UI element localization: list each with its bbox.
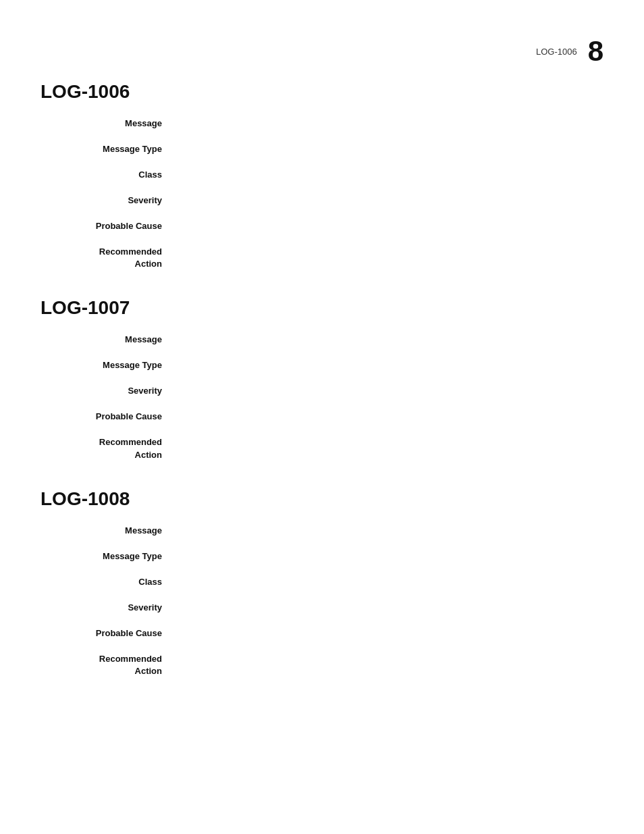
header-page-number: 8: [588, 37, 603, 66]
field-value-1008-message: [176, 523, 603, 525]
log-1006-title: LOG-1006: [41, 81, 603, 103]
field-1008-probable-cause: Probable Cause: [54, 626, 603, 652]
field-label-recommended-action: Recommended Action: [54, 244, 176, 270]
field-label-probable-cause: Probable Cause: [54, 219, 176, 232]
field-value-1007-severity: [176, 384, 603, 385]
field-value-message: [176, 116, 603, 118]
log-1008-fields: Message Message Type Class Severity Prob…: [54, 523, 603, 677]
field-label-1008-message: Message: [54, 523, 176, 537]
field-label-class: Class: [54, 167, 176, 181]
field-value-1007-message: [176, 332, 603, 334]
field-label-1008-probable-cause: Probable Cause: [54, 626, 176, 640]
field-label-1008-class: Class: [54, 575, 176, 588]
page-header: LOG-1006 8: [536, 37, 603, 66]
log-1007-title: LOG-1007: [41, 297, 603, 319]
log-1007-fields: Message Message Type Severity Probable C…: [54, 332, 603, 461]
field-1007-severity: Severity: [54, 384, 603, 409]
field-label-1007-severity: Severity: [54, 384, 176, 397]
field-label-1008-message-type: Message Type: [54, 549, 176, 563]
field-value-probable-cause: [176, 219, 603, 220]
field-label-message: Message: [54, 116, 176, 130]
main-content: LOG-1006 Message Message Type Class Seve…: [0, 0, 644, 745]
field-value-1008-class: [176, 575, 603, 576]
field-label-message-type: Message Type: [54, 142, 176, 155]
field-1008-message-type: Message Type: [54, 549, 603, 575]
field-label-1007-message: Message: [54, 332, 176, 346]
field-1008-severity: Severity: [54, 600, 603, 626]
field-1007-message-type: Message Type: [54, 358, 603, 384]
field-label-1007-probable-cause: Probable Cause: [54, 409, 176, 423]
field-message-type: Message Type: [54, 142, 603, 167]
field-probable-cause: Probable Cause: [54, 219, 603, 244]
field-1008-class: Class: [54, 575, 603, 600]
field-1008-message: Message: [54, 523, 603, 549]
field-value-1007-recommended-action: [176, 435, 603, 436]
field-message: Message: [54, 116, 603, 142]
field-label-1007-message-type: Message Type: [54, 358, 176, 371]
field-severity: Severity: [54, 193, 603, 219]
field-value-1008-recommended-action: [176, 652, 603, 653]
field-1007-recommended-action: Recommended Action: [54, 435, 603, 461]
log-1006-fields: Message Message Type Class Severity Prob…: [54, 116, 603, 270]
log-1007-section: LOG-1007 Message Message Type Severity P…: [41, 297, 603, 461]
field-value-1008-message-type: [176, 549, 603, 550]
field-value-recommended-action: [176, 244, 603, 246]
field-value-1007-message-type: [176, 358, 603, 359]
field-value-severity: [176, 193, 603, 194]
log-1006-section: LOG-1006 Message Message Type Class Seve…: [41, 81, 603, 270]
field-label-1007-recommended-action: Recommended Action: [54, 435, 176, 461]
field-label-severity: Severity: [54, 193, 176, 207]
field-value-1008-severity: [176, 600, 603, 602]
field-recommended-action: Recommended Action: [54, 244, 603, 270]
field-1007-message: Message: [54, 332, 603, 358]
field-value-message-type: [176, 142, 603, 143]
field-class: Class: [54, 167, 603, 193]
field-label-1008-severity: Severity: [54, 600, 176, 614]
field-1008-recommended-action: Recommended Action: [54, 652, 603, 677]
log-1008-section: LOG-1008 Message Message Type Class Seve…: [41, 488, 603, 677]
field-1007-probable-cause: Probable Cause: [54, 409, 603, 435]
log-1008-title: LOG-1008: [41, 488, 603, 510]
field-value-1007-probable-cause: [176, 409, 603, 411]
field-label-1008-recommended-action: Recommended Action: [54, 652, 176, 677]
field-value-class: [176, 167, 603, 169]
header-log-id: LOG-1006: [536, 47, 577, 57]
field-value-1008-probable-cause: [176, 626, 603, 627]
